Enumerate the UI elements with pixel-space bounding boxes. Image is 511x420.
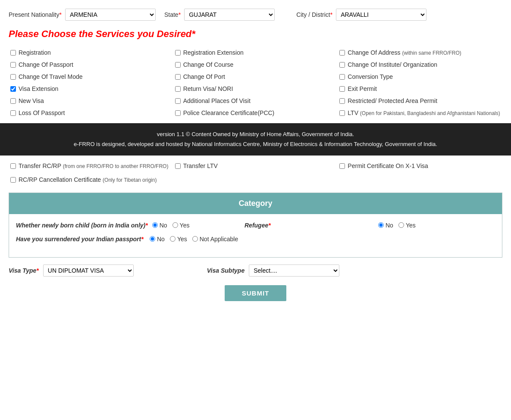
- return-visa-checkbox[interactable]: [175, 86, 181, 92]
- police-clearance-checkbox[interactable]: [175, 110, 181, 116]
- state-label: State*: [164, 11, 181, 18]
- new-born-yes-radio[interactable]: [172, 222, 178, 228]
- transfer-ltv-label[interactable]: Transfer LTV: [183, 162, 218, 169]
- conversion-type-checkbox[interactable]: [339, 74, 345, 80]
- transfer-rcrp-checkbox[interactable]: [10, 163, 16, 169]
- ltv-checkbox[interactable]: [339, 110, 345, 116]
- new-born-no-label[interactable]: No: [152, 222, 167, 229]
- service-registration-extension: Registration Extension: [173, 47, 338, 59]
- new-visa-label[interactable]: New Visa: [19, 97, 44, 104]
- new-born-label-text: Whether newly born child (born in India …: [16, 222, 145, 229]
- police-clearance-label[interactable]: Police Clearance Certificate(PCC): [183, 109, 275, 116]
- services-col2: Registration Extension Change Of Course …: [173, 47, 338, 119]
- rc-cancellation-checkbox[interactable]: [10, 177, 16, 183]
- service-transfer-ltv: Transfer LTV: [173, 160, 338, 172]
- transfer-ltv-checkbox[interactable]: [175, 163, 181, 169]
- change-institute-checkbox[interactable]: [339, 62, 345, 68]
- change-course-label[interactable]: Change Of Course: [183, 61, 234, 68]
- new-born-yes-label[interactable]: Yes: [172, 222, 190, 229]
- return-visa-label[interactable]: Return Visa/ NORI: [183, 85, 233, 92]
- new-born-split: Whether newly born child (born in India …: [16, 222, 495, 229]
- surrendered-yes-label[interactable]: Yes: [170, 236, 187, 243]
- state-select[interactable]: GUJARAT: [184, 9, 275, 21]
- nationality-select[interactable]: ARMENIA: [65, 9, 156, 21]
- service-visa-extension: Visa Extension: [9, 83, 173, 95]
- new-visa-checkbox[interactable]: [10, 98, 16, 104]
- change-passport-checkbox[interactable]: [10, 62, 16, 68]
- permit-certificate-checkbox[interactable]: [339, 163, 345, 169]
- footer-line2: e-FRRO is designed, developed and hosted…: [4, 139, 507, 149]
- lower-services: Transfer RC/RP (from one FRRO/FRO to ano…: [9, 160, 502, 186]
- change-course-checkbox[interactable]: [175, 62, 181, 68]
- surrendered-label: Have you surrendered your Indian passpor…: [16, 236, 145, 243]
- visa-subtype-select[interactable]: Select....: [249, 264, 339, 277]
- city-district-select[interactable]: ARAVALLI: [336, 9, 426, 21]
- nationality-label-text: Present Nationality: [9, 11, 60, 18]
- change-address-label[interactable]: Change Of Address (within same FRRO/FRO): [348, 49, 461, 56]
- surrendered-no-radio[interactable]: [150, 236, 155, 242]
- change-address-checkbox[interactable]: [339, 50, 345, 56]
- change-travel-mode-label[interactable]: Change Of Travel Mode: [19, 73, 83, 80]
- service-permit-certificate: Permit Certificate On X-1 Visa: [338, 160, 502, 172]
- exit-permit-checkbox[interactable]: [339, 86, 345, 92]
- transfer-rcrp-label[interactable]: Transfer RC/RP (from one FRRO/FRO to ano…: [19, 162, 168, 169]
- service-new-visa: New Visa: [9, 95, 173, 107]
- visa-extension-checkbox[interactable]: [10, 86, 16, 92]
- services-heading-text: Please Choose the Services you Desired: [9, 28, 191, 39]
- surrendered-radio-group: No Yes Not Applicable: [150, 236, 238, 243]
- change-port-label[interactable]: Change Of Port: [183, 73, 225, 80]
- change-port-checkbox[interactable]: [175, 74, 181, 80]
- rc-cancellation-label[interactable]: RC/RP Cancellation Certificate (Only for…: [19, 176, 157, 183]
- refugee-yes-label[interactable]: Yes: [398, 222, 416, 229]
- surrendered-row: Have you surrendered your Indian passpor…: [16, 236, 495, 243]
- transfer-rcrp-note: (from one FRRO/FRO to another FRRO/FRO): [63, 163, 169, 169]
- services-col3: Change Of Address (within same FRRO/FRO)…: [338, 47, 502, 119]
- new-born-no-radio[interactable]: [152, 222, 158, 228]
- loss-passport-checkbox[interactable]: [10, 110, 16, 116]
- surrendered-no-label[interactable]: No: [150, 236, 165, 243]
- ltv-note: (Open for Pakistani, Bangladeshi and Afg…: [360, 110, 500, 116]
- registration-checkbox[interactable]: [10, 50, 16, 56]
- restricted-area-checkbox[interactable]: [339, 98, 345, 104]
- service-conversion-type: Conversion Type: [338, 71, 502, 83]
- surrendered-na-radio[interactable]: [192, 236, 198, 242]
- refugee-yes-radio[interactable]: [398, 222, 404, 228]
- service-rc-cancellation: RC/RP Cancellation Certificate (Only for…: [9, 174, 502, 186]
- refugee-no-label[interactable]: No: [378, 222, 393, 229]
- nationality-label: Present Nationality*: [9, 11, 62, 18]
- registration-extension-label[interactable]: Registration Extension: [183, 49, 244, 56]
- permit-certificate-label[interactable]: Permit Certificate On X-1 Visa: [348, 162, 428, 169]
- registration-label[interactable]: Registration: [19, 49, 51, 56]
- conversion-type-label[interactable]: Conversion Type: [348, 73, 393, 80]
- submit-button[interactable]: SUBMIT: [225, 285, 287, 301]
- state-required: *: [179, 11, 181, 18]
- restricted-area-label[interactable]: Restricted/ Protected Area Permit: [348, 97, 437, 104]
- service-change-address: Change Of Address (within same FRRO/FRO): [338, 47, 502, 59]
- city-district-label-text: City / District: [296, 11, 330, 18]
- refugee-required: *: [268, 222, 270, 229]
- submit-row: SUBMIT: [9, 285, 502, 301]
- ltv-label[interactable]: LTV (Open for Pakistani, Bangladeshi and…: [348, 109, 500, 116]
- city-district-label: City / District*: [296, 11, 332, 18]
- change-passport-label[interactable]: Change Of Passport: [19, 61, 73, 68]
- visa-type-select[interactable]: UN DIPLOMAT VISA: [43, 264, 134, 277]
- footer-banner: version 1.1 © Content Owned by Ministry …: [0, 123, 511, 156]
- change-travel-mode-checkbox[interactable]: [10, 74, 16, 80]
- category-section: Category Whether newly born child (born …: [9, 193, 502, 258]
- services-grid: Registration Change Of Passport Change O…: [9, 47, 502, 119]
- surrendered-na-label[interactable]: Not Applicable: [192, 236, 238, 243]
- submit-button-label: SUBMIT: [242, 289, 270, 297]
- services-col1: Registration Change Of Passport Change O…: [9, 47, 173, 119]
- change-address-note: (within same FRRO/FRO): [402, 50, 461, 56]
- nationality-required: *: [60, 11, 62, 18]
- additional-places-checkbox[interactable]: [175, 98, 181, 104]
- exit-permit-label[interactable]: Exit Permit: [348, 85, 377, 92]
- new-born-label: Whether newly born child (born in India …: [16, 222, 148, 229]
- additional-places-label[interactable]: Additional Places Of Visit: [183, 97, 251, 104]
- refugee-no-radio[interactable]: [378, 222, 384, 228]
- surrendered-yes-radio[interactable]: [170, 236, 176, 242]
- loss-passport-label[interactable]: Loss Of Passport: [19, 109, 65, 116]
- registration-extension-checkbox[interactable]: [175, 50, 181, 56]
- change-institute-label[interactable]: Change Of Institute/ Organization: [348, 61, 437, 68]
- visa-extension-label[interactable]: Visa Extension: [19, 85, 58, 92]
